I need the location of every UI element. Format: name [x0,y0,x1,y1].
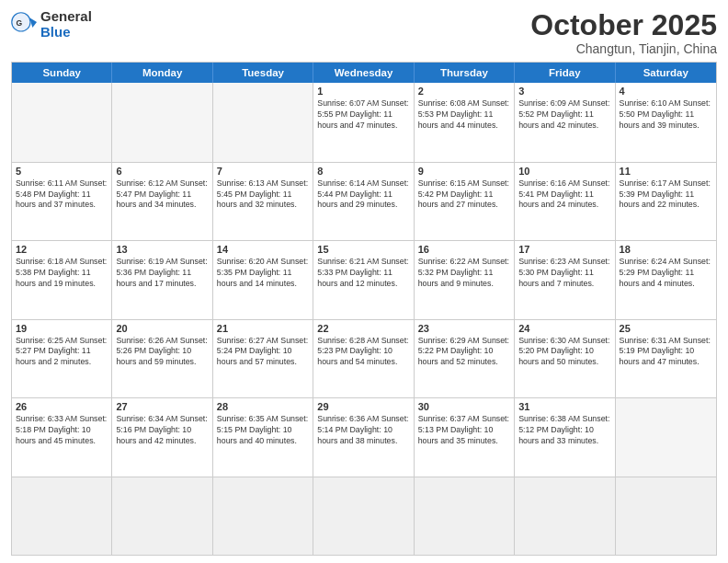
day-number: 14 [217,244,309,255]
day-info: Sunrise: 6:08 AM Sunset: 5:53 PM Dayligh… [418,98,510,132]
table-row [313,477,414,555]
day-info: Sunrise: 6:12 AM Sunset: 5:47 PM Dayligh… [116,178,208,212]
table-row: 4Sunrise: 6:10 AM Sunset: 5:50 PM Daylig… [616,83,716,161]
day-number: 12 [16,244,108,255]
day-number: 15 [317,244,409,255]
day-number: 28 [217,401,309,412]
day-number: 27 [116,401,208,412]
table-row: 28Sunrise: 6:35 AM Sunset: 5:15 PM Dayli… [213,398,313,476]
table-row: 29Sunrise: 6:36 AM Sunset: 5:14 PM Dayli… [313,398,414,476]
svg-text:G: G [16,17,22,27]
page-container: G General Blue October 2025 Changtun, Ti… [0,0,728,563]
day-number: 5 [16,166,108,177]
day-number: 1 [317,86,409,97]
table-row [616,477,716,555]
table-row [12,477,112,555]
day-info: Sunrise: 6:14 AM Sunset: 5:44 PM Dayligh… [317,178,409,212]
day-number: 25 [620,323,712,334]
calendar: Sunday Monday Tuesday Wednesday Thursday… [11,62,717,556]
table-row [213,477,313,555]
table-row: 18Sunrise: 6:24 AM Sunset: 5:29 PM Dayli… [616,241,716,318]
day-number: 4 [620,86,712,97]
table-row: 13Sunrise: 6:19 AM Sunset: 5:36 PM Dayli… [112,241,212,318]
logo: G General Blue [11,9,92,40]
table-row [112,477,212,555]
day-info: Sunrise: 6:26 AM Sunset: 5:26 PM Dayligh… [116,336,208,369]
table-row: 17Sunrise: 6:23 AM Sunset: 5:30 PM Dayli… [515,241,615,318]
day-info: Sunrise: 6:38 AM Sunset: 5:12 PM Dayligh… [518,414,610,447]
day-info: Sunrise: 6:15 AM Sunset: 5:42 PM Dayligh… [418,178,510,212]
day-number: 18 [620,244,712,255]
table-row: 11Sunrise: 6:17 AM Sunset: 5:39 PM Dayli… [616,163,716,240]
day-number: 7 [217,166,309,177]
day-info: Sunrise: 6:19 AM Sunset: 5:36 PM Dayligh… [116,257,208,290]
day-info: Sunrise: 6:11 AM Sunset: 5:48 PM Dayligh… [16,178,108,212]
logo-general: General [40,9,92,25]
day-number: 10 [518,166,610,177]
day-number: 11 [620,166,712,177]
day-info: Sunrise: 6:18 AM Sunset: 5:38 PM Dayligh… [16,257,108,290]
logo-text: General Blue [40,9,92,40]
header-tuesday: Tuesday [213,63,313,83]
table-row: 7Sunrise: 6:13 AM Sunset: 5:45 PM Daylig… [213,163,313,240]
calendar-week-4: 26Sunrise: 6:33 AM Sunset: 5:18 PM Dayli… [12,397,716,476]
table-row: 5Sunrise: 6:11 AM Sunset: 5:48 PM Daylig… [12,163,112,240]
day-number: 24 [518,323,610,334]
table-row: 22Sunrise: 6:28 AM Sunset: 5:23 PM Dayli… [313,320,414,397]
day-info: Sunrise: 6:13 AM Sunset: 5:45 PM Dayligh… [217,178,309,212]
day-info: Sunrise: 6:16 AM Sunset: 5:41 PM Dayligh… [518,178,610,212]
day-number: 22 [317,323,409,334]
table-row: 2Sunrise: 6:08 AM Sunset: 5:53 PM Daylig… [415,83,515,161]
header-sunday: Sunday [12,63,112,83]
calendar-week-5 [12,477,716,555]
day-number: 21 [217,323,309,334]
day-info: Sunrise: 6:31 AM Sunset: 5:19 PM Dayligh… [620,336,712,369]
table-row: 19Sunrise: 6:25 AM Sunset: 5:27 PM Dayli… [12,320,112,397]
calendar-week-3: 19Sunrise: 6:25 AM Sunset: 5:27 PM Dayli… [12,319,716,397]
day-number: 17 [518,244,610,255]
table-row: 30Sunrise: 6:37 AM Sunset: 5:13 PM Dayli… [415,398,515,476]
day-info: Sunrise: 6:17 AM Sunset: 5:39 PM Dayligh… [620,178,712,212]
header-wednesday: Wednesday [313,63,414,83]
table-row [515,477,615,555]
calendar-week-0: 1Sunrise: 6:07 AM Sunset: 5:55 PM Daylig… [12,83,716,161]
day-info: Sunrise: 6:10 AM Sunset: 5:50 PM Dayligh… [620,98,712,132]
table-row: 3Sunrise: 6:09 AM Sunset: 5:52 PM Daylig… [515,83,615,161]
day-number: 16 [418,244,510,255]
day-info: Sunrise: 6:09 AM Sunset: 5:52 PM Dayligh… [518,98,610,132]
day-number: 13 [116,244,208,255]
table-row: 14Sunrise: 6:20 AM Sunset: 5:35 PM Dayli… [213,241,313,318]
table-row [213,83,313,161]
table-row: 26Sunrise: 6:33 AM Sunset: 5:18 PM Dayli… [12,398,112,476]
header-monday: Monday [112,63,212,83]
day-info: Sunrise: 6:35 AM Sunset: 5:15 PM Dayligh… [217,414,309,447]
table-row: 23Sunrise: 6:29 AM Sunset: 5:22 PM Dayli… [415,320,515,397]
table-row: 1Sunrise: 6:07 AM Sunset: 5:55 PM Daylig… [313,83,414,161]
header-friday: Friday [515,63,615,83]
day-number: 31 [518,401,610,412]
page-header: G General Blue October 2025 Changtun, Ti… [11,9,717,56]
day-number: 2 [418,86,510,97]
table-row: 16Sunrise: 6:22 AM Sunset: 5:32 PM Dayli… [415,241,515,318]
day-info: Sunrise: 6:07 AM Sunset: 5:55 PM Dayligh… [317,98,409,132]
table-row: 25Sunrise: 6:31 AM Sunset: 5:19 PM Dayli… [616,320,716,397]
day-number: 6 [116,166,208,177]
day-number: 30 [418,401,510,412]
day-number: 9 [418,166,510,177]
header-saturday: Saturday [616,63,716,83]
day-number: 26 [16,401,108,412]
day-number: 20 [116,323,208,334]
calendar-week-2: 12Sunrise: 6:18 AM Sunset: 5:38 PM Dayli… [12,240,716,318]
table-row: 15Sunrise: 6:21 AM Sunset: 5:33 PM Dayli… [313,241,414,318]
day-info: Sunrise: 6:23 AM Sunset: 5:30 PM Dayligh… [518,257,610,290]
day-info: Sunrise: 6:37 AM Sunset: 5:13 PM Dayligh… [418,414,510,447]
table-row: 21Sunrise: 6:27 AM Sunset: 5:24 PM Dayli… [213,320,313,397]
day-info: Sunrise: 6:28 AM Sunset: 5:23 PM Dayligh… [317,336,409,369]
location: Changtun, Tianjin, China [530,41,717,56]
calendar-body: 1Sunrise: 6:07 AM Sunset: 5:55 PM Daylig… [12,83,716,555]
calendar-week-1: 5Sunrise: 6:11 AM Sunset: 5:48 PM Daylig… [12,162,716,240]
table-row [112,83,212,161]
table-row: 10Sunrise: 6:16 AM Sunset: 5:41 PM Dayli… [515,163,615,240]
day-info: Sunrise: 6:27 AM Sunset: 5:24 PM Dayligh… [217,336,309,369]
day-info: Sunrise: 6:30 AM Sunset: 5:20 PM Dayligh… [518,336,610,369]
